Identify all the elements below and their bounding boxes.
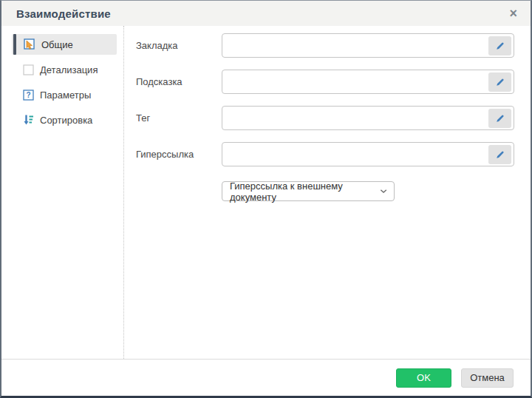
form-row-tooltip: Подсказка [136,70,514,94]
hyperlink-type-selected-option: Гиперссылка к внешнему документу [230,181,380,203]
form-row-tag: Тег [136,106,514,130]
hyperlink-input-group [222,142,514,166]
svg-text:?: ? [26,91,30,99]
tooltip-label: Подсказка [136,76,222,87]
bookmark-label: Закладка [136,40,222,51]
bookmark-edit-button[interactable] [488,36,511,55]
sidebar: Общие Детализация ? Параметры [1,26,124,359]
dialog-title: Взаимодействие [16,7,111,20]
hyperlink-type-select[interactable]: Гиперссылка к внешнему документу [222,181,395,201]
interaction-dialog: Взаимодействие × Общие [0,0,532,398]
tooltip-input-group [222,70,514,94]
selected-indicator-bar [13,34,16,55]
hyperlink-type-row: Гиперссылка к внешнему документу [222,181,514,201]
hyperlink-edit-button[interactable] [488,145,511,164]
chevron-down-icon [380,189,387,194]
dialog-footer: OK Отмена [1,359,531,396]
bookmark-input-group [222,33,514,58]
sidebar-item-label: Общие [41,39,73,50]
bookmark-input[interactable] [222,34,488,57]
sidebar-item-label: Сортировка [40,115,92,126]
sidebar-item-sorting[interactable]: Сортировка [12,109,117,130]
ok-button[interactable]: OK [396,368,451,388]
tag-edit-button[interactable] [488,109,511,128]
titlebar: Взаимодействие × [1,1,531,26]
sidebar-item-general[interactable]: Общие [12,34,117,55]
sidebar-item-parameters[interactable]: ? Параметры [12,84,117,105]
sidebar-item-label: Параметры [40,90,91,101]
sort-icon [22,114,34,126]
form-row-bookmark: Закладка [136,33,514,58]
close-icon[interactable]: × [509,7,517,20]
hyperlink-input[interactable] [222,143,488,166]
sidebar-item-label: Детализация [40,64,98,75]
hyperlink-label: Гиперссылка [136,149,222,160]
tooltip-input[interactable] [222,70,488,93]
sidebar-item-detailing[interactable]: Детализация [12,59,117,80]
dialog-body: Общие Детализация ? Параметры [1,26,531,359]
pencil-icon [495,77,505,87]
form-row-hyperlink: Гиперссылка [136,142,514,166]
hand-click-icon [24,38,35,50]
tag-label: Тег [136,112,222,124]
pencil-icon [495,113,505,124]
pencil-icon [495,149,505,160]
cancel-button[interactable]: Отмена [461,368,514,388]
pencil-icon [495,41,505,51]
form-content: Закладка Подсказка [124,26,531,359]
tooltip-edit-button[interactable] [488,72,511,92]
checkbox-icon [22,64,34,75]
question-icon: ? [22,89,34,101]
tag-input-group [222,106,514,130]
tag-input[interactable] [222,107,488,129]
